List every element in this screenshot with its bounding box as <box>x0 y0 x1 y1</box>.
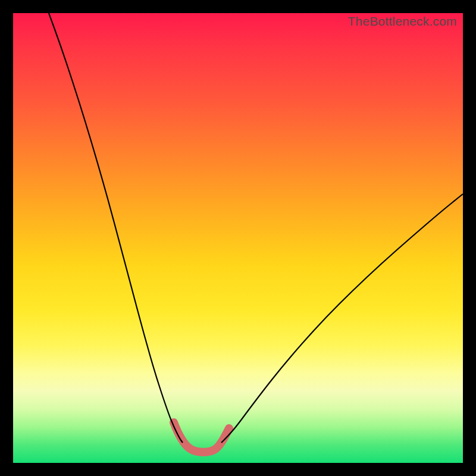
right-branch-path <box>221 194 463 443</box>
valley-highlight-path <box>174 422 229 452</box>
plot-area: TheBottleneck.com <box>13 13 463 463</box>
chart-frame: TheBottleneck.com <box>0 0 476 476</box>
left-branch-path <box>49 13 183 443</box>
curve-layer <box>13 13 463 463</box>
